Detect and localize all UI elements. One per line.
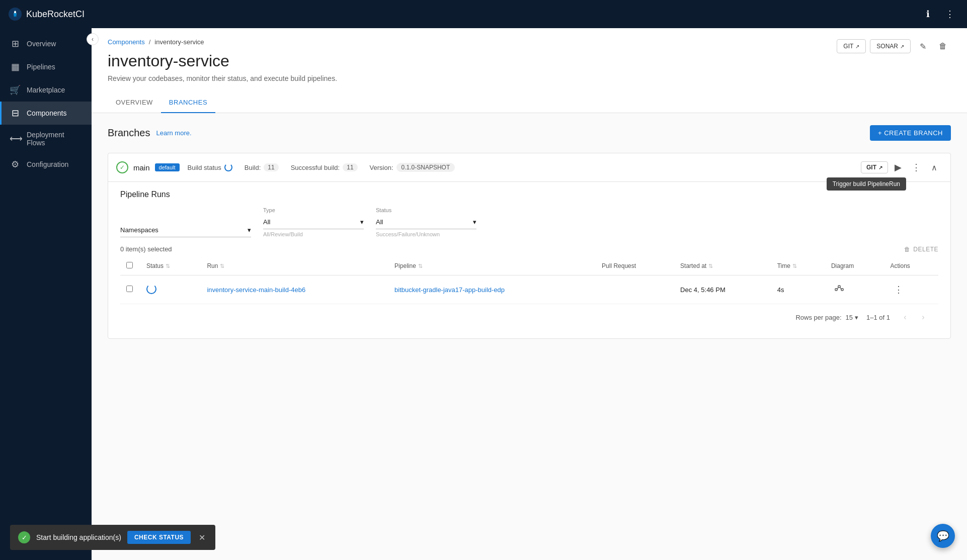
breadcrumb-current: inventory-service bbox=[154, 38, 204, 46]
svg-rect-4 bbox=[841, 289, 843, 291]
external-link-icon: ↗ bbox=[878, 165, 882, 170]
svg-point-1 bbox=[14, 11, 16, 13]
sidebar-item-configuration[interactable]: ⚙ Configuration bbox=[0, 153, 92, 176]
status-select[interactable]: All ▾ bbox=[376, 215, 476, 229]
build-status-spinner bbox=[224, 163, 232, 171]
git-link-button[interactable]: GIT ↗ bbox=[837, 39, 866, 53]
branch-git-button[interactable]: GIT ↗ bbox=[861, 161, 888, 173]
branch-header: ✓ main default Build status Build: 11 bbox=[108, 153, 950, 182]
type-filter: Type All ▾ All/Review/Build bbox=[263, 207, 364, 237]
more-options-button[interactable]: ⋮ bbox=[941, 5, 959, 23]
branch-card-main: ✓ main default Build status Build: 11 bbox=[108, 153, 951, 339]
rows-per-page-select[interactable]: 15 ▾ bbox=[846, 314, 858, 321]
info-button[interactable]: ℹ bbox=[919, 5, 937, 23]
run-link[interactable]: inventory-service-main-build-4eb6 bbox=[207, 286, 305, 294]
sort-icon: ⇅ bbox=[220, 263, 224, 269]
app-name: KubeRocketCI bbox=[26, 9, 85, 20]
table-row: inventory-service-main-build-4eb6 bitbuc… bbox=[120, 275, 938, 304]
version-item: Version: 0.1.0-SNAPSHOT bbox=[370, 163, 455, 172]
components-icon: ⊟ bbox=[10, 108, 21, 119]
tab-branches[interactable]: BRANCHES bbox=[161, 92, 215, 113]
breadcrumb-separator: / bbox=[149, 38, 151, 46]
sort-icon: ⇅ bbox=[166, 263, 170, 269]
logo-icon bbox=[8, 7, 22, 21]
table-body: inventory-service-main-build-4eb6 bitbuc… bbox=[120, 275, 938, 304]
row-checkbox[interactable] bbox=[126, 286, 133, 292]
type-sublabel: All/Review/Build bbox=[263, 231, 364, 237]
build-status-item: Build status bbox=[188, 163, 232, 171]
sort-icon: ⇅ bbox=[708, 263, 713, 269]
chat-fab-button[interactable]: 💬 bbox=[931, 524, 955, 548]
status-column-header[interactable]: Status ⇅ bbox=[146, 262, 195, 269]
branch-default-badge: default bbox=[155, 163, 180, 171]
page-title: inventory-service bbox=[108, 52, 951, 70]
pipeline-runs-table: Status ⇅ Run ⇅ bbox=[120, 257, 938, 304]
toast-success-icon: ✓ bbox=[18, 531, 30, 543]
row-more-button[interactable]: ⋮ bbox=[891, 282, 907, 298]
toast-notification: ✓ Start building application(s) CHECK ST… bbox=[10, 525, 215, 550]
time-column-header[interactable]: Time ⇅ bbox=[777, 262, 819, 269]
breadcrumb: Components / inventory-service bbox=[108, 38, 951, 46]
successful-build-badge: 11 bbox=[343, 163, 357, 171]
breadcrumb-components-link[interactable]: Components bbox=[108, 38, 145, 46]
build-count-badge: 11 bbox=[264, 163, 278, 171]
toast-message: Start building application(s) bbox=[36, 533, 121, 541]
tab-overview[interactable]: OVERVIEW bbox=[108, 92, 161, 113]
sidebar-item-components[interactable]: ⊟ Components bbox=[0, 102, 92, 125]
pagination: Rows per page: 15 ▾ 1–1 of 1 ‹ › bbox=[120, 304, 938, 330]
namespace-select[interactable]: Namespaces ▾ bbox=[120, 223, 251, 237]
pipeline-column-header[interactable]: Pipeline ⇅ bbox=[394, 262, 590, 269]
pipeline-link[interactable]: bitbucket-gradle-java17-app-build-edp bbox=[394, 286, 505, 294]
status-sublabel: Success/Failure/Unknown bbox=[376, 231, 476, 237]
edit-page-button[interactable]: ✎ bbox=[915, 38, 931, 54]
app-logo: KubeRocketCI bbox=[8, 7, 85, 21]
select-all-checkbox[interactable] bbox=[126, 262, 133, 268]
overview-icon: ⊞ bbox=[10, 38, 21, 49]
sonar-link-button[interactable]: SONAR ↗ bbox=[870, 39, 911, 53]
next-page-button[interactable]: › bbox=[916, 310, 930, 324]
learn-more-link[interactable]: Learn more. bbox=[156, 129, 192, 137]
top-header: KubeRocketCI ℹ ⋮ bbox=[0, 0, 967, 28]
sidebar-toggle[interactable]: ‹ bbox=[87, 33, 99, 45]
started-at-column-header[interactable]: Started at ⇅ bbox=[680, 262, 765, 269]
diagram-button[interactable] bbox=[831, 282, 847, 298]
branch-status-icon: ✓ bbox=[116, 161, 128, 173]
pagination-range: 1–1 of 1 bbox=[866, 314, 890, 321]
successful-build-item: Successful build: 11 bbox=[291, 163, 358, 171]
create-branch-button[interactable]: + CREATE BRANCH bbox=[870, 125, 951, 141]
sidebar-item-label: Overview bbox=[27, 40, 56, 48]
version-badge: 0.1.0-SNAPSHOT bbox=[396, 163, 455, 172]
run-column-header[interactable]: Run ⇅ bbox=[207, 262, 382, 269]
diagram-icon bbox=[835, 285, 844, 294]
branch-more-button[interactable]: ⋮ bbox=[908, 159, 924, 175]
filters-row: Namespaces ▾ Type All ▾ All/Revie bbox=[120, 207, 938, 237]
pull-request-column-header: Pull Request bbox=[602, 262, 668, 269]
sidebar-item-label: Pipelines bbox=[27, 63, 55, 71]
dropdown-arrow-icon: ▾ bbox=[473, 218, 476, 226]
pull-request-cell bbox=[596, 275, 674, 304]
prev-page-button[interactable]: ‹ bbox=[898, 310, 912, 324]
type-select[interactable]: All ▾ bbox=[263, 215, 364, 229]
trash-icon: 🗑 bbox=[904, 246, 911, 253]
branches-section: Branches Learn more. + CREATE BRANCH ✓ m… bbox=[92, 113, 967, 560]
page-header-actions: GIT ↗ SONAR ↗ ✎ 🗑 bbox=[837, 38, 951, 54]
sidebar-item-marketplace[interactable]: 🛒 Marketplace bbox=[0, 78, 92, 102]
pagination-buttons: ‹ › bbox=[898, 310, 930, 324]
branch-meta: Build status Build: 11 Successful build:… bbox=[188, 163, 455, 172]
delete-button[interactable]: 🗑 DELETE bbox=[904, 246, 938, 253]
sidebar-item-overview[interactable]: ⊞ Overview bbox=[0, 32, 92, 55]
branch-collapse-button[interactable]: ∧ bbox=[926, 159, 942, 175]
sidebar-item-pipelines[interactable]: ▦ Pipelines bbox=[0, 55, 92, 78]
trigger-build-button[interactable]: ▶ bbox=[890, 159, 906, 175]
svg-rect-3 bbox=[838, 286, 840, 288]
dropdown-arrow-icon: ▾ bbox=[360, 218, 364, 226]
sidebar-item-label: Marketplace bbox=[27, 86, 65, 94]
delete-page-button[interactable]: 🗑 bbox=[935, 38, 951, 54]
configuration-icon: ⚙ bbox=[10, 159, 21, 170]
toast-close-button[interactable]: ✕ bbox=[197, 533, 207, 542]
chat-icon: 💬 bbox=[937, 530, 949, 542]
sidebar-item-deployment-flows[interactable]: ⟷ Deployment Flows bbox=[0, 125, 92, 153]
deployment-flows-icon: ⟷ bbox=[10, 133, 21, 144]
check-status-button[interactable]: CHECK STATUS bbox=[127, 531, 191, 544]
dropdown-arrow-icon: ▾ bbox=[248, 226, 251, 234]
